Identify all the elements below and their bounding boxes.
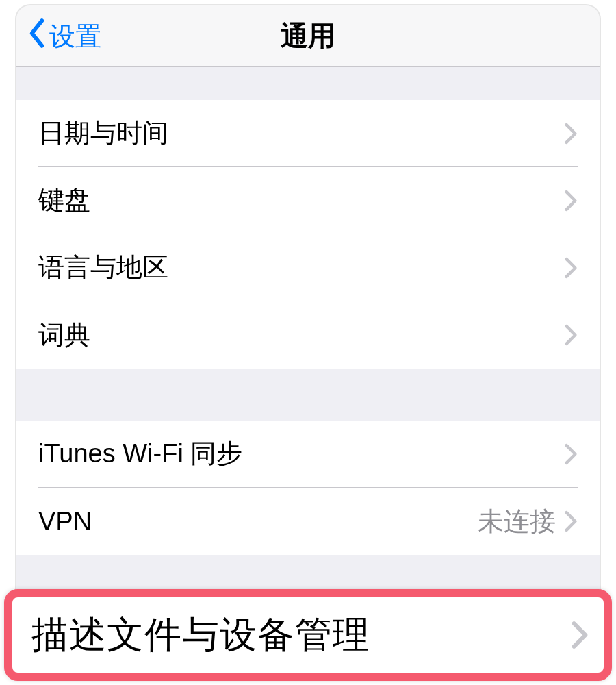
nav-header: 设置 通用 [16,5,600,67]
row-value: 未连接 [478,504,556,539]
row-label: iTunes Wi-Fi 同步 [38,436,564,471]
row-label: 语言与地区 [38,250,564,285]
row-keyboard[interactable]: 键盘 [16,167,600,234]
chevron-right-icon [564,123,578,145]
page-title: 通用 [281,17,335,55]
chevron-right-icon [564,190,578,212]
row-vpn[interactable]: VPN 未连接 [16,488,600,555]
chevron-right-icon [564,443,578,465]
back-button[interactable]: 设置 [27,18,101,54]
row-itunes-wifi-sync[interactable]: iTunes Wi-Fi 同步 [16,421,600,488]
chevron-right-icon [571,621,589,649]
row-label: 描述文件与设备管理 [31,610,571,660]
row-language-region[interactable]: 语言与地区 [16,234,600,301]
chevron-right-icon [564,257,578,279]
row-label: 词典 [38,318,564,353]
chevron-left-icon [27,18,49,54]
back-label: 设置 [49,18,101,53]
row-date-time[interactable]: 日期与时间 [16,100,600,167]
list-group-2: iTunes Wi-Fi 同步 VPN 未连接 [16,421,600,555]
chevron-right-icon [564,324,578,346]
list-group-1: 日期与时间 键盘 语言与地区 词典 [16,100,600,369]
row-label: 日期与时间 [38,116,564,151]
section-gap [16,67,600,100]
chevron-right-icon [564,510,578,532]
row-label: 键盘 [38,183,564,218]
row-dictionary[interactable]: 词典 [16,301,600,369]
row-profiles-device-management[interactable]: 描述文件与设备管理 [4,589,612,681]
section-gap [16,369,600,421]
row-label: VPN [38,507,478,536]
settings-screen: 设置 通用 日期与时间 键盘 语言与地区 [16,5,600,680]
